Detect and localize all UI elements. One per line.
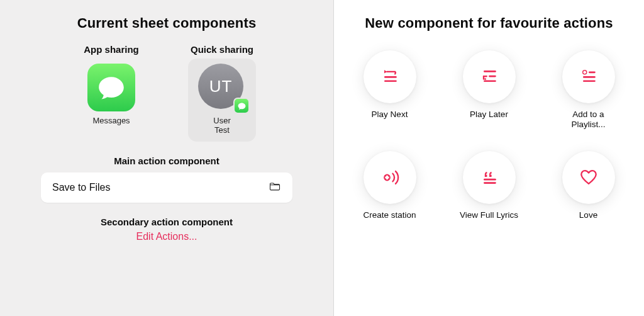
svg-rect-1 xyxy=(384,80,397,82)
add-to-playlist-label: Add to a Playlist... xyxy=(557,110,620,130)
favourite-item-view-lyrics[interactable]: View Full Lyrics xyxy=(445,151,533,245)
view-lyrics-icon xyxy=(463,151,516,204)
left-title: Current sheet components xyxy=(0,15,333,31)
play-next-icon xyxy=(364,50,416,103)
favourite-item-create-station[interactable]: Create station xyxy=(346,151,434,245)
love-icon xyxy=(562,151,615,204)
svg-rect-4 xyxy=(484,80,496,82)
svg-rect-3 xyxy=(489,76,496,77)
add-to-playlist-icon xyxy=(562,50,615,103)
play-later-label: Play Later xyxy=(470,110,508,120)
quick-sharing-title: Quick sharing xyxy=(191,44,253,55)
avatar-initials: UT xyxy=(209,77,233,96)
svg-rect-15 xyxy=(484,182,496,184)
left-panel: Current sheet components App sharing Mes… xyxy=(0,0,333,316)
save-to-files-label: Save to Files xyxy=(52,182,110,193)
messages-label: Messages xyxy=(92,116,130,126)
app-sharing-title: App sharing xyxy=(84,44,139,55)
svg-rect-0 xyxy=(384,76,397,78)
svg-rect-10 xyxy=(583,80,596,82)
folder-icon xyxy=(269,180,281,195)
favourite-item-add-playlist[interactable]: Add to a Playlist... xyxy=(545,50,633,145)
contact-icon: UT xyxy=(198,64,246,111)
create-station-label: Create station xyxy=(363,210,416,220)
play-next-label: Play Next xyxy=(372,110,408,120)
right-panel: New component for favourite actions Play… xyxy=(334,0,644,316)
quick-sharing-col: Quick sharing UT User Test xyxy=(172,44,272,142)
app-sharing-item[interactable]: Messages xyxy=(77,59,145,132)
save-to-files-row[interactable]: Save to Files xyxy=(41,172,292,203)
favourite-item-love[interactable]: Love xyxy=(545,151,633,245)
edit-actions-button[interactable]: Edit Actions... xyxy=(0,231,333,242)
right-title: New component for favourite actions xyxy=(334,15,644,31)
play-later-icon xyxy=(463,50,516,103)
messages-app-icon xyxy=(87,64,135,111)
secondary-action-heading: Secondary action component xyxy=(0,217,333,227)
messages-badge-icon xyxy=(233,98,250,114)
main-action-heading: Main action component xyxy=(0,155,333,166)
app-sharing-col: App sharing Messages xyxy=(61,44,162,142)
love-label: Love xyxy=(579,210,597,220)
view-lyrics-label: View Full Lyrics xyxy=(460,210,518,220)
svg-rect-14 xyxy=(484,179,496,181)
quick-sharing-item[interactable]: UT User Test xyxy=(188,59,256,142)
favourite-grid: Play Next Play Later xyxy=(334,50,644,245)
favourite-item-play-next[interactable]: Play Next xyxy=(346,50,434,145)
create-station-icon xyxy=(364,151,416,204)
root: Current sheet components App sharing Mes… xyxy=(0,0,644,316)
svg-rect-2 xyxy=(484,71,496,72)
svg-rect-8 xyxy=(589,71,596,73)
share-row: App sharing Messages Quick sharing UT xyxy=(0,44,333,142)
svg-rect-13 xyxy=(385,177,389,179)
favourite-item-play-later[interactable]: Play Later xyxy=(445,50,533,145)
contact-label: User Test xyxy=(213,116,230,135)
svg-rect-7 xyxy=(583,72,586,74)
svg-rect-9 xyxy=(583,76,596,78)
